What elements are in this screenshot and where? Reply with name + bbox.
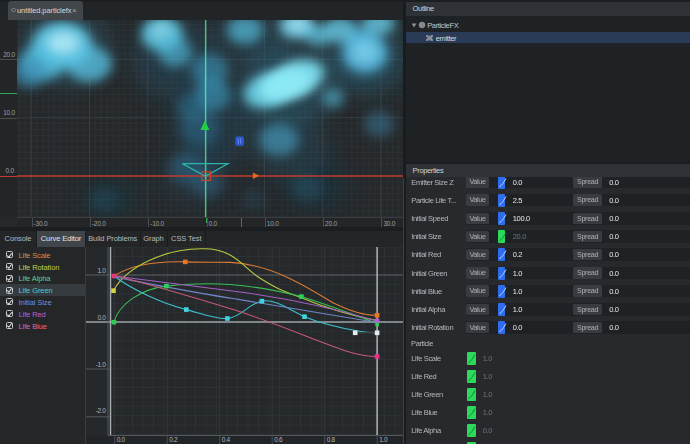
svg-text:0.2: 0.2 <box>169 436 178 443</box>
svg-text:0.0: 0.0 <box>97 314 106 321</box>
svg-text:0.0: 0.0 <box>116 436 125 443</box>
svg-text:1.0: 1.0 <box>97 267 106 274</box>
svg-text:emitter: emitter <box>436 33 457 42</box>
svg-text:ParticleFX: ParticleFX <box>427 20 458 29</box>
svg-text:0.8: 0.8 <box>326 436 335 443</box>
svg-text:1.0: 1.0 <box>379 436 388 443</box>
svg-text:-2.0: -2.0 <box>95 407 106 414</box>
svg-text:0.6: 0.6 <box>274 436 283 443</box>
svg-text:-1.0: -1.0 <box>95 361 106 368</box>
svg-text:0.4: 0.4 <box>221 436 230 443</box>
